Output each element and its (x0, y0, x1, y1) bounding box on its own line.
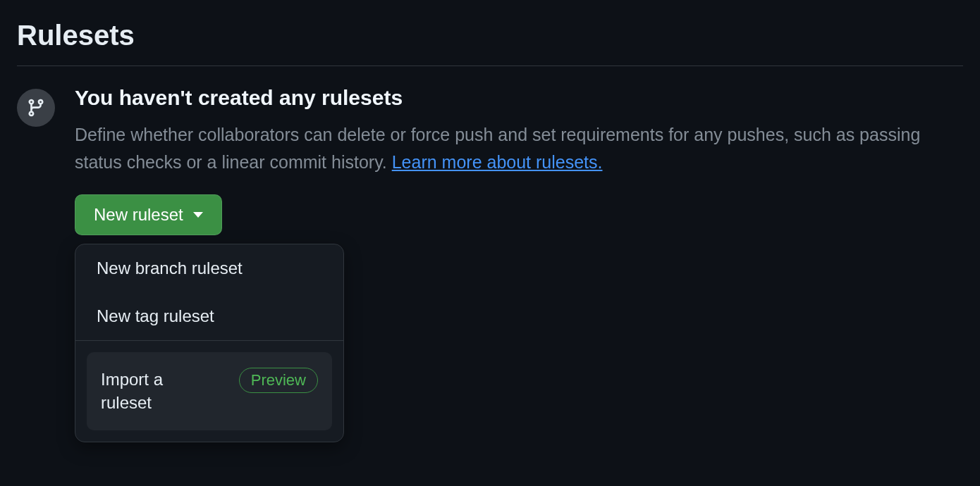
menu-item-import-ruleset[interactable]: Import a ruleset Preview (87, 352, 332, 430)
caret-down-icon (193, 212, 203, 218)
menu-item-branch-ruleset[interactable]: New branch ruleset (75, 244, 343, 292)
empty-heading: You haven't created any rulesets (75, 86, 963, 110)
new-ruleset-menu: New branch ruleset New tag ruleset Impor… (75, 244, 344, 442)
empty-state: You haven't created any rulesets Define … (17, 86, 963, 442)
menu-item-label: New branch ruleset (97, 258, 243, 278)
new-ruleset-label: New ruleset (94, 205, 183, 225)
branch-icon (17, 89, 55, 127)
page-title: Rulesets (17, 20, 963, 66)
learn-more-link[interactable]: Learn more about rulesets. (392, 152, 603, 172)
menu-item-label: New tag ruleset (97, 306, 214, 326)
new-ruleset-button[interactable]: New ruleset (75, 194, 222, 235)
title-divider (17, 66, 963, 66)
preview-badge: Preview (239, 368, 318, 393)
menu-item-tag-ruleset[interactable]: New tag ruleset (75, 292, 343, 340)
empty-description: Define whether collaborators can delete … (75, 121, 921, 176)
menu-item-label: Import a ruleset (101, 368, 207, 415)
